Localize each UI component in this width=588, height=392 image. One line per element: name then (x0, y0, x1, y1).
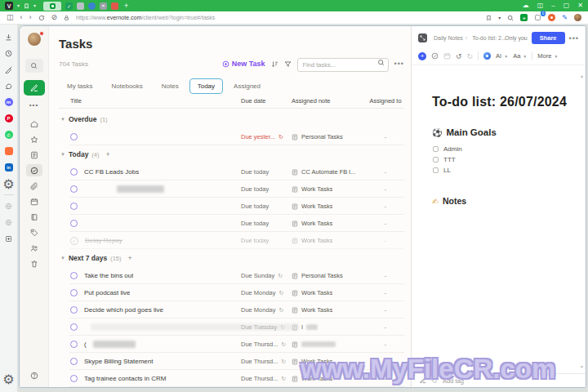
tab-evernote-active[interactable] (43, 2, 61, 11)
evernote-extension-icon[interactable]: e (520, 14, 528, 21)
tab-notes[interactable]: Notes (154, 78, 187, 94)
history-icon[interactable] (5, 45, 12, 61)
due-date[interactable]: Due Monday↻ (241, 306, 292, 314)
tab-favicon-2[interactable] (77, 2, 84, 10)
task-checkbox[interactable] (70, 323, 78, 331)
assigned-to[interactable]: - (367, 203, 404, 209)
task-row[interactable]: (Due Thursd...↻- (59, 336, 404, 353)
add-task-icon[interactable]: + (106, 150, 110, 158)
task-checkbox[interactable] (70, 272, 78, 279)
task-row[interactable]: Tag trainee contacts in CRMDue Thursd...… (59, 370, 404, 387)
assigned-note[interactable]: Work Tasks (292, 375, 367, 382)
checkbox[interactable] (433, 146, 439, 152)
assigned-to[interactable]: - (367, 238, 404, 243)
insert-icon[interactable]: + (418, 52, 426, 60)
pen-icon[interactable] (420, 377, 426, 384)
panel-toggle-icon[interactable]: ◫ (537, 2, 544, 9)
tag-icon[interactable] (431, 377, 438, 384)
chevron-down-icon[interactable]: ▾ (33, 3, 36, 8)
assigned-to[interactable]: - (367, 169, 404, 175)
new-task-button[interactable]: New Task (222, 60, 265, 68)
linkedin-panel-icon[interactable]: in (5, 159, 13, 176)
new-note-button[interactable] (24, 80, 45, 96)
close-button[interactable]: ✕ (577, 2, 583, 9)
task-row[interactable]: Put podcast liveDue Monday↻Work Tasks- (59, 284, 404, 301)
sidebar-item-shortcuts[interactable] (26, 133, 42, 145)
task-checkbox[interactable] (70, 220, 78, 227)
due-date[interactable]: Due Thursd...↻ (241, 375, 292, 382)
checklist-item[interactable]: LL (432, 165, 574, 176)
breadcrumb-note[interactable]: To-do list: 2... (472, 35, 506, 41)
browser-profile-avatar[interactable] (574, 14, 581, 21)
assigned-to[interactable]: - (367, 290, 404, 296)
due-date[interactable]: Due today (241, 185, 292, 193)
assigned-to[interactable]: - (367, 359, 404, 364)
account-avatar[interactable] (28, 33, 41, 46)
sidebar-toggle-icon[interactable]: ◫ (7, 14, 14, 21)
assigned-note[interactable]: CC Automate FB l... (292, 168, 367, 176)
sync-cloud-icon[interactable]: ☁ (523, 2, 529, 9)
note-title[interactable]: To-do list: 26/07/2024 (432, 95, 574, 109)
checklist-item[interactable]: Admin (432, 144, 574, 154)
sidebar-item-home[interactable] (26, 118, 42, 130)
tab-favicon-3[interactable] (88, 2, 96, 10)
extension-orange-icon[interactable] (548, 14, 555, 21)
due-date[interactable]: Due yester...↻ (241, 133, 292, 140)
tab-assigned[interactable]: Assigned (225, 78, 269, 94)
sidebar-item-trash[interactable] (26, 257, 42, 270)
scroll-up-arrow[interactable]: ▲ (580, 74, 584, 78)
task-checkbox[interactable] (70, 203, 78, 210)
assigned-to[interactable]: - (367, 134, 404, 140)
assigned-to[interactable]: - (367, 307, 404, 313)
task-row[interactable]: Due yester...↻Personal Tasks- (59, 128, 404, 145)
add-panel-icon[interactable] (5, 230, 12, 247)
assigned-note[interactable]: I (292, 323, 367, 331)
sidebar-item-notebooks[interactable] (26, 211, 42, 223)
tasks-more-button[interactable]: ••• (394, 60, 404, 68)
back-icon[interactable]: ‹ (20, 14, 23, 21)
help-icon[interactable] (30, 372, 38, 380)
note-more-button[interactable]: ••• (569, 34, 579, 42)
maximize-button[interactable]: ▢ (564, 2, 570, 9)
tab-favicon-4[interactable]: × (100, 2, 107, 10)
section-header-today[interactable]: ▼Today(4)+ (59, 145, 404, 163)
tools-panel-icon[interactable]: ⚙ (2, 176, 14, 192)
assigned-note[interactable]: Work Tasks (292, 203, 367, 210)
assigned-note[interactable]: Work Tasks (292, 289, 367, 296)
find-tasks-input[interactable] (297, 58, 389, 72)
format-menu[interactable]: Aa▼ (513, 52, 527, 60)
assigned-note[interactable]: Work Tasks (292, 237, 367, 244)
filter-icon[interactable] (284, 60, 292, 68)
task-checkbox[interactable] (70, 306, 78, 314)
assigned-note[interactable] (292, 341, 367, 348)
due-date[interactable]: Due Monday↻ (241, 289, 292, 296)
visibility-label[interactable]: Only you (505, 35, 528, 41)
tab-notebooks[interactable]: Notebooks (104, 78, 151, 94)
add-tag-button[interactable]: Add tag (443, 377, 464, 385)
whatsapp-panel-icon[interactable]: ✆ (5, 127, 13, 143)
chevron-down-icon[interactable]: ▾ (17, 3, 20, 8)
reload-icon[interactable] (38, 15, 45, 21)
due-date[interactable]: Due today (241, 237, 292, 244)
due-date[interactable]: Due today (241, 220, 292, 227)
task-row[interactable]: Due todayWork Tasks- (59, 198, 404, 215)
ai-icon[interactable] (483, 52, 491, 60)
minimize-button[interactable]: – (551, 2, 555, 9)
downloads-icon[interactable] (5, 29, 12, 45)
checklist-item[interactable]: TTT (432, 154, 574, 165)
url-text[interactable]: https://www.evernote.com/client/web?logi… (76, 15, 215, 20)
task-check-icon[interactable] (431, 52, 439, 60)
task-checkbox[interactable] (70, 133, 78, 140)
task-row[interactable]: Take the bins outDue Sunday↻Personal Tas… (59, 267, 404, 284)
calendar-icon[interactable] (443, 52, 451, 60)
task-checkbox[interactable] (70, 289, 78, 296)
chevron-down-icon[interactable]: ▼ (60, 152, 65, 157)
settings-gear-icon[interactable]: ⚙ (2, 371, 14, 387)
extension-pen-icon[interactable]: ✎ (562, 14, 568, 21)
task-row[interactable]: Decide which pod goes liveDue Monday↻Wor… (59, 301, 404, 318)
task-row[interactable]: Skype Billing StatementDue Thursd...↻Wor… (59, 353, 404, 370)
assigned-note[interactable]: Work Tasks (292, 306, 367, 314)
breadcrumb-notebook[interactable]: Daily Notes (434, 35, 463, 41)
due-date[interactable]: Due Sunday↻ (241, 272, 292, 279)
due-date[interactable]: Due Thursd...↻ (241, 341, 292, 348)
